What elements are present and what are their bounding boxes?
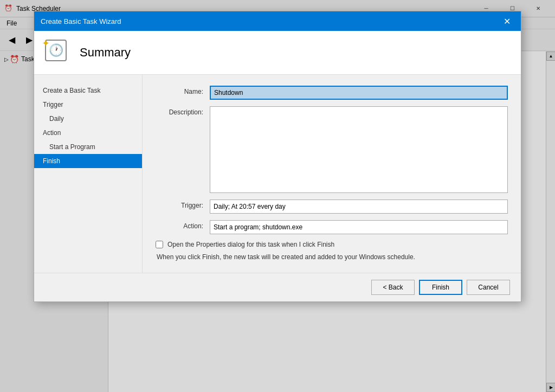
- checkbox-row: Open the Properties dialog for this task…: [156, 241, 508, 248]
- description-label: Description:: [156, 106, 210, 116]
- action-value: Start a program; shutdown.exe: [210, 220, 508, 234]
- nav-action[interactable]: Action: [34, 126, 142, 140]
- action-row: Action: Start a program; shutdown.exe: [156, 220, 508, 234]
- trigger-row: Trigger: Daily; At 20:57 every day: [156, 200, 508, 214]
- nav-finish[interactable]: Finish: [34, 154, 142, 168]
- dialog-close-button[interactable]: ✕: [499, 14, 514, 29]
- info-text: When you click Finish, the new task will…: [157, 253, 508, 262]
- star-icon: ✦: [42, 37, 50, 49]
- dialog-footer: < Back Finish Cancel: [34, 273, 521, 301]
- dialog-header: ✦ 🕐 Summary: [34, 31, 521, 75]
- dialog-header-icon: ✦ 🕐: [45, 40, 71, 66]
- open-properties-checkbox[interactable]: [156, 241, 163, 248]
- dialog-body: Create a Basic Task Trigger Daily Action…: [34, 75, 521, 273]
- name-input[interactable]: [210, 86, 508, 100]
- name-label: Name:: [156, 86, 210, 95]
- nav-daily[interactable]: Daily: [34, 112, 142, 126]
- cancel-button[interactable]: Cancel: [467, 280, 510, 295]
- dialog-content: Name: Description: Trigger: Daily; At 20…: [143, 75, 521, 273]
- back-button[interactable]: < Back: [371, 280, 415, 295]
- finish-button[interactable]: Finish: [419, 280, 462, 295]
- create-task-dialog: Create Basic Task Wizard ✕ ✦ 🕐 Summary C…: [34, 11, 521, 302]
- checkbox-label[interactable]: Open the Properties dialog for this task…: [167, 241, 334, 248]
- description-textarea[interactable]: [210, 106, 508, 193]
- dialog-overlay: Create Basic Task Wizard ✕ ✦ 🕐 Summary C…: [0, 0, 555, 392]
- name-row: Name:: [156, 86, 508, 100]
- nav-create-basic-task[interactable]: Create a Basic Task: [34, 83, 142, 98]
- nav-start-program[interactable]: Start a Program: [34, 140, 142, 154]
- dialog-nav: Create a Basic Task Trigger Daily Action…: [34, 75, 143, 273]
- trigger-label: Trigger:: [156, 200, 210, 209]
- nav-trigger[interactable]: Trigger: [34, 98, 142, 112]
- action-label: Action:: [156, 220, 210, 230]
- dialog-titlebar: Create Basic Task Wizard ✕: [34, 11, 521, 31]
- trigger-value: Daily; At 20:57 every day: [210, 200, 508, 214]
- dialog-title: Create Basic Task Wizard: [41, 17, 499, 25]
- description-row: Description:: [156, 106, 508, 193]
- dialog-header-title: Summary: [80, 46, 131, 60]
